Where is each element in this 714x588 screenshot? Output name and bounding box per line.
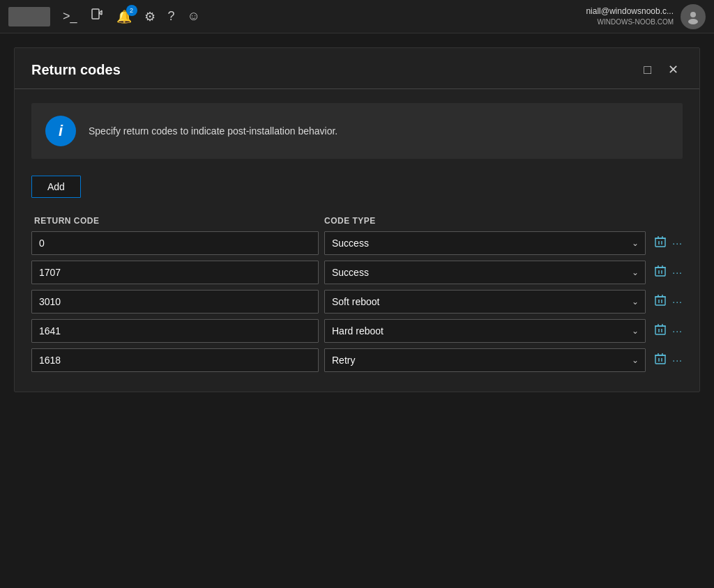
code-input[interactable] (31, 290, 319, 314)
type-select[interactable]: SuccessSoft rebootHard rebootRetryFailed (324, 290, 646, 314)
table-row: SuccessSoft rebootHard rebootRetryFailed… (31, 319, 683, 343)
more-options-icon[interactable]: ··· (672, 238, 683, 249)
table-row: SuccessSoft rebootHard rebootRetryFailed… (31, 231, 683, 255)
bell-icon[interactable]: 🔔 2 (116, 9, 132, 24)
table-row: SuccessSoft rebootHard rebootRetryFailed… (31, 348, 683, 372)
type-select[interactable]: SuccessSoft rebootHard rebootRetryFailed (324, 261, 646, 284)
delete-icon[interactable] (654, 323, 667, 339)
table-row: SuccessSoft rebootHard rebootRetryFailed… (31, 290, 683, 314)
type-select-wrapper: SuccessSoft rebootHard rebootRetryFailed… (324, 231, 646, 255)
code-input[interactable] (31, 319, 319, 343)
column-code-type: CODE TYPE (324, 216, 683, 226)
user-email: niall@windowsnoob.c... (586, 6, 674, 17)
navbar-right: niall@windowsnoob.c... WINDOWS-NOOB.COM (586, 4, 706, 29)
type-select-wrapper: SuccessSoft rebootHard rebootRetryFailed… (324, 290, 646, 314)
type-select[interactable]: SuccessSoft rebootHard rebootRetryFailed (324, 231, 646, 255)
delete-icon[interactable] (654, 235, 667, 251)
user-domain: WINDOWS-NOOB.COM (586, 17, 674, 27)
svg-point-5 (688, 19, 698, 24)
panel-header: Return codes □ ✕ (15, 48, 699, 89)
code-input[interactable] (31, 261, 319, 284)
svg-rect-30 (655, 355, 665, 364)
delete-icon[interactable] (654, 294, 667, 309)
svg-rect-6 (655, 238, 665, 247)
table-row: SuccessSoft rebootHard rebootRetryFailed… (31, 261, 683, 284)
svg-rect-12 (655, 268, 665, 276)
panel-body: i Specify return codes to indicate post-… (15, 89, 699, 392)
navbar: >_ 🔔 2 ⚙ ? ☺ niall@windowsnoob.c... WIND… (0, 0, 714, 33)
panel-title: Return codes (31, 62, 121, 78)
row-actions: ··· (654, 294, 683, 309)
emoji-icon[interactable]: ☺ (188, 9, 200, 24)
more-options-icon[interactable]: ··· (672, 267, 683, 278)
minimize-button[interactable]: □ (639, 61, 655, 79)
code-input[interactable] (31, 231, 319, 255)
panel-controls: □ ✕ (639, 61, 683, 79)
rows-container: SuccessSoft rebootHard rebootRetryFailed… (31, 231, 683, 372)
table-header: RETURN CODE CODE TYPE (31, 210, 683, 231)
svg-rect-18 (655, 297, 665, 305)
user-info: niall@windowsnoob.c... WINDOWS-NOOB.COM (586, 6, 674, 27)
delete-icon[interactable] (654, 353, 667, 368)
gear-icon[interactable]: ⚙ (144, 9, 155, 24)
type-select-wrapper: SuccessSoft rebootHard rebootRetryFailed… (324, 319, 646, 343)
more-options-icon[interactable]: ··· (672, 355, 683, 366)
info-text: Specify return codes to indicate post-in… (89, 125, 337, 137)
row-actions: ··· (654, 323, 683, 339)
more-options-icon[interactable]: ··· (672, 325, 683, 336)
type-select[interactable]: SuccessSoft rebootHard rebootRetryFailed (324, 319, 646, 343)
navbar-icons: >_ 🔔 2 ⚙ ? ☺ (63, 8, 573, 25)
notification-badge: 2 (126, 5, 137, 16)
svg-rect-24 (655, 326, 665, 334)
type-select[interactable]: SuccessSoft rebootHard rebootRetryFailed (324, 348, 646, 372)
row-actions: ··· (654, 235, 683, 251)
add-button[interactable]: Add (31, 176, 81, 198)
script-icon[interactable] (90, 8, 104, 25)
close-button[interactable]: ✕ (664, 61, 683, 79)
row-actions: ··· (654, 265, 683, 280)
column-return-code: RETURN CODE (31, 216, 324, 226)
type-select-wrapper: SuccessSoft rebootHard rebootRetryFailed… (324, 261, 646, 284)
more-options-icon[interactable]: ··· (672, 296, 683, 307)
svg-point-4 (690, 12, 696, 17)
return-codes-panel: Return codes □ ✕ i Specify return codes … (14, 47, 700, 392)
help-icon[interactable]: ? (168, 9, 175, 24)
avatar[interactable] (681, 4, 706, 29)
row-actions: ··· (654, 353, 683, 368)
navbar-logo (8, 7, 50, 26)
type-select-wrapper: SuccessSoft rebootHard rebootRetryFailed… (324, 348, 646, 372)
terminal-icon[interactable]: >_ (63, 9, 77, 24)
info-icon: i (45, 116, 76, 146)
delete-icon[interactable] (654, 265, 667, 280)
info-banner: i Specify return codes to indicate post-… (31, 103, 683, 159)
svg-rect-0 (92, 9, 99, 19)
code-input[interactable] (31, 348, 319, 372)
